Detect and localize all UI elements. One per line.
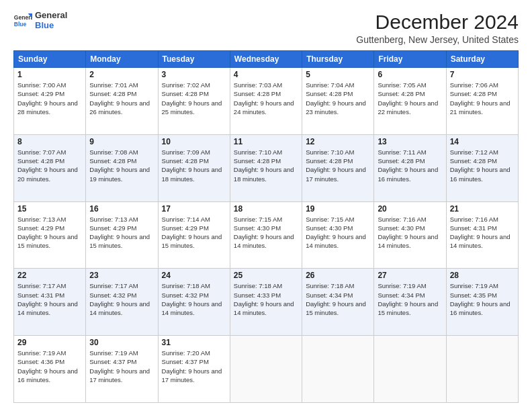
day-info: Sunrise: 7:02 AMSunset: 4:28 PMDaylight:… bbox=[162, 81, 226, 116]
day-number: 29 bbox=[17, 338, 82, 347]
day-info: Sunrise: 7:14 AMSunset: 4:29 PMDaylight:… bbox=[162, 215, 226, 250]
day-info: Sunrise: 7:09 AMSunset: 4:28 PMDaylight:… bbox=[162, 148, 226, 183]
day-number: 12 bbox=[306, 137, 370, 146]
day-info: Sunrise: 7:08 AMSunset: 4:28 PMDaylight:… bbox=[89, 148, 154, 183]
day-number: 1 bbox=[17, 70, 82, 79]
calendar-header-row: SundayMondayTuesdayWednesdayThursdayFrid… bbox=[14, 51, 519, 68]
day-info: Sunrise: 7:00 AMSunset: 4:29 PMDaylight:… bbox=[17, 81, 82, 116]
day-number: 10 bbox=[162, 137, 226, 146]
day-number: 2 bbox=[89, 70, 154, 79]
day-number: 19 bbox=[306, 204, 370, 214]
calendar-cell: 15Sunrise: 7:13 AMSunset: 4:29 PMDayligh… bbox=[14, 201, 86, 269]
day-number: 3 bbox=[162, 70, 226, 79]
day-number: 15 bbox=[17, 204, 82, 214]
calendar-cell: 10Sunrise: 7:09 AMSunset: 4:28 PMDayligh… bbox=[158, 134, 230, 201]
calendar-cell: 27Sunrise: 7:19 AMSunset: 4:34 PMDayligh… bbox=[374, 269, 446, 336]
weekday-header-wednesday: Wednesday bbox=[230, 51, 302, 68]
calendar-cell: 6Sunrise: 7:05 AMSunset: 4:28 PMDaylight… bbox=[374, 68, 446, 135]
day-info: Sunrise: 7:17 AMSunset: 4:31 PMDaylight:… bbox=[17, 281, 82, 317]
day-info: Sunrise: 7:01 AMSunset: 4:28 PMDaylight:… bbox=[89, 81, 154, 116]
calendar-cell: 28Sunrise: 7:19 AMSunset: 4:35 PMDayligh… bbox=[446, 269, 518, 336]
calendar-cell: 31Sunrise: 7:20 AMSunset: 4:37 PMDayligh… bbox=[158, 336, 230, 403]
calendar-cell: 21Sunrise: 7:16 AMSunset: 4:31 PMDayligh… bbox=[446, 201, 518, 269]
day-info: Sunrise: 7:19 AMSunset: 4:37 PMDaylight:… bbox=[89, 349, 154, 384]
day-number: 21 bbox=[450, 204, 515, 214]
day-number: 11 bbox=[234, 137, 298, 146]
calendar-cell: 11Sunrise: 7:10 AMSunset: 4:28 PMDayligh… bbox=[230, 134, 302, 201]
calendar-table: SundayMondayTuesdayWednesdayThursdayFrid… bbox=[13, 50, 519, 403]
logo-icon: General Blue bbox=[13, 11, 32, 30]
weekday-header-monday: Monday bbox=[86, 51, 158, 68]
calendar-cell: 14Sunrise: 7:12 AMSunset: 4:28 PMDayligh… bbox=[446, 134, 518, 201]
day-number: 28 bbox=[450, 271, 515, 280]
page: General Blue General Blue December 2024 … bbox=[0, 0, 532, 411]
logo-blue: Blue bbox=[35, 21, 67, 31]
day-info: Sunrise: 7:10 AMSunset: 4:28 PMDaylight:… bbox=[306, 148, 370, 183]
day-info: Sunrise: 7:15 AMSunset: 4:30 PMDaylight:… bbox=[306, 215, 370, 250]
day-number: 17 bbox=[162, 204, 226, 214]
calendar-cell: 5Sunrise: 7:04 AMSunset: 4:28 PMDaylight… bbox=[302, 68, 374, 135]
calendar-cell: 9Sunrise: 7:08 AMSunset: 4:28 PMDaylight… bbox=[86, 134, 158, 201]
calendar-cell: 3Sunrise: 7:02 AMSunset: 4:28 PMDaylight… bbox=[158, 68, 230, 135]
weekday-header-saturday: Saturday bbox=[446, 51, 518, 68]
day-number: 30 bbox=[89, 338, 154, 347]
calendar-cell bbox=[374, 336, 446, 403]
day-info: Sunrise: 7:16 AMSunset: 4:30 PMDaylight:… bbox=[378, 215, 442, 250]
calendar-cell bbox=[446, 336, 518, 403]
calendar-cell: 13Sunrise: 7:11 AMSunset: 4:28 PMDayligh… bbox=[374, 134, 446, 201]
day-number: 31 bbox=[162, 338, 226, 347]
logo-general: General bbox=[35, 11, 67, 21]
day-info: Sunrise: 7:16 AMSunset: 4:31 PMDaylight:… bbox=[450, 215, 515, 250]
calendar-cell: 2Sunrise: 7:01 AMSunset: 4:28 PMDaylight… bbox=[86, 68, 158, 135]
calendar-week-1: 1Sunrise: 7:00 AMSunset: 4:29 PMDaylight… bbox=[14, 68, 519, 135]
weekday-header-sunday: Sunday bbox=[14, 51, 86, 68]
calendar-cell: 8Sunrise: 7:07 AMSunset: 4:28 PMDaylight… bbox=[14, 134, 86, 201]
day-number: 4 bbox=[234, 70, 298, 79]
day-info: Sunrise: 7:19 AMSunset: 4:34 PMDaylight:… bbox=[378, 281, 442, 317]
calendar-cell: 20Sunrise: 7:16 AMSunset: 4:30 PMDayligh… bbox=[374, 201, 446, 269]
calendar-cell: 12Sunrise: 7:10 AMSunset: 4:28 PMDayligh… bbox=[302, 134, 374, 201]
day-number: 5 bbox=[306, 70, 370, 79]
page-subtitle: Guttenberg, New Jersey, United States bbox=[356, 34, 519, 45]
weekday-header-thursday: Thursday bbox=[302, 51, 374, 68]
day-info: Sunrise: 7:20 AMSunset: 4:37 PMDaylight:… bbox=[162, 349, 226, 384]
day-info: Sunrise: 7:05 AMSunset: 4:28 PMDaylight:… bbox=[378, 81, 442, 116]
day-number: 7 bbox=[450, 70, 515, 79]
page-title: December 2024 bbox=[356, 11, 519, 33]
calendar-cell: 1Sunrise: 7:00 AMSunset: 4:29 PMDaylight… bbox=[14, 68, 86, 135]
day-info: Sunrise: 7:13 AMSunset: 4:29 PMDaylight:… bbox=[89, 215, 154, 250]
calendar-week-4: 22Sunrise: 7:17 AMSunset: 4:31 PMDayligh… bbox=[14, 269, 519, 336]
calendar-cell: 26Sunrise: 7:18 AMSunset: 4:34 PMDayligh… bbox=[302, 269, 374, 336]
day-number: 25 bbox=[234, 271, 298, 280]
day-info: Sunrise: 7:19 AMSunset: 4:35 PMDaylight:… bbox=[450, 281, 515, 317]
calendar-cell: 29Sunrise: 7:19 AMSunset: 4:36 PMDayligh… bbox=[14, 336, 86, 403]
day-number: 22 bbox=[17, 271, 82, 280]
day-number: 8 bbox=[17, 137, 82, 146]
calendar-cell: 25Sunrise: 7:18 AMSunset: 4:33 PMDayligh… bbox=[230, 269, 302, 336]
day-number: 24 bbox=[162, 271, 226, 280]
title-block: December 2024 Guttenberg, New Jersey, Un… bbox=[356, 11, 519, 45]
day-info: Sunrise: 7:18 AMSunset: 4:32 PMDaylight:… bbox=[162, 281, 226, 317]
day-info: Sunrise: 7:17 AMSunset: 4:32 PMDaylight:… bbox=[89, 281, 154, 317]
day-info: Sunrise: 7:18 AMSunset: 4:33 PMDaylight:… bbox=[234, 281, 298, 317]
logo: General Blue General Blue bbox=[13, 11, 67, 31]
day-info: Sunrise: 7:07 AMSunset: 4:28 PMDaylight:… bbox=[17, 148, 82, 183]
calendar-cell: 16Sunrise: 7:13 AMSunset: 4:29 PMDayligh… bbox=[86, 201, 158, 269]
day-info: Sunrise: 7:13 AMSunset: 4:29 PMDaylight:… bbox=[17, 215, 82, 250]
day-number: 18 bbox=[234, 204, 298, 214]
calendar-week-3: 15Sunrise: 7:13 AMSunset: 4:29 PMDayligh… bbox=[14, 201, 519, 269]
weekday-header-tuesday: Tuesday bbox=[158, 51, 230, 68]
day-number: 27 bbox=[378, 271, 442, 280]
day-info: Sunrise: 7:04 AMSunset: 4:28 PMDaylight:… bbox=[306, 81, 370, 116]
day-number: 9 bbox=[89, 137, 154, 146]
calendar-cell: 4Sunrise: 7:03 AMSunset: 4:28 PMDaylight… bbox=[230, 68, 302, 135]
calendar-cell bbox=[302, 336, 374, 403]
day-number: 13 bbox=[378, 137, 442, 146]
calendar-cell: 30Sunrise: 7:19 AMSunset: 4:37 PMDayligh… bbox=[86, 336, 158, 403]
day-info: Sunrise: 7:12 AMSunset: 4:28 PMDaylight:… bbox=[450, 148, 515, 183]
day-number: 26 bbox=[306, 271, 370, 280]
calendar-cell: 22Sunrise: 7:17 AMSunset: 4:31 PMDayligh… bbox=[14, 269, 86, 336]
day-info: Sunrise: 7:11 AMSunset: 4:28 PMDaylight:… bbox=[378, 148, 442, 183]
day-info: Sunrise: 7:06 AMSunset: 4:28 PMDaylight:… bbox=[450, 81, 515, 116]
weekday-header-friday: Friday bbox=[374, 51, 446, 68]
